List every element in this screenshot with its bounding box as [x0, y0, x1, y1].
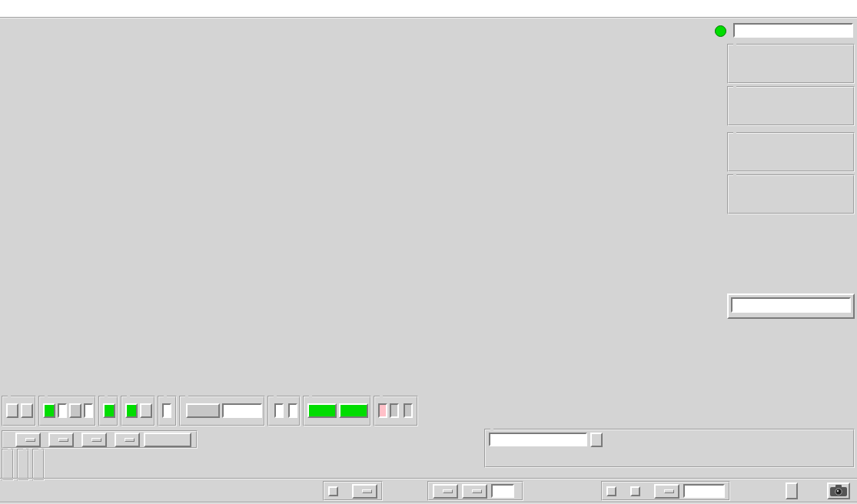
beam-gate-close-button-1[interactable] [6, 403, 18, 418]
dropdown-dash-icon [25, 438, 35, 442]
range-dy-dropdown[interactable] [48, 433, 74, 447]
threshold-group [427, 481, 523, 501]
sy-plot [0, 235, 726, 272]
sector-group [2, 449, 14, 481]
bunch-1st-button[interactable] [125, 403, 138, 418]
che1-value [222, 403, 262, 418]
charge-plot [0, 274, 726, 346]
beam-rep-set-value [378, 403, 387, 418]
bt-lossmonitor-group [267, 396, 301, 426]
replot-button[interactable] [144, 433, 191, 447]
chg-th-dropdown[interactable] [352, 484, 377, 499]
beam-rep-pct-value [404, 403, 413, 418]
acquisition-timestamp [733, 23, 853, 38]
charge-ratio-value [162, 403, 171, 418]
fc15-on-button[interactable] [43, 403, 55, 418]
set-ref-button[interactable] [590, 433, 603, 447]
bunch-select-group [17, 449, 29, 481]
sp-device-dropdown[interactable] [433, 484, 458, 499]
beam-rep-hz-value [390, 403, 399, 418]
fc15-percent-value [84, 403, 93, 418]
resize-button[interactable] [786, 482, 798, 499]
dx-1st-stats [727, 44, 855, 84]
snsr-2nd-button[interactable] [339, 403, 368, 418]
sigma-group [32, 449, 45, 481]
threshold-input[interactable] [491, 484, 514, 498]
sx-plot [0, 117, 726, 155]
se1-value [288, 403, 297, 418]
main-panel [0, 17, 857, 504]
range-qep-dropdown[interactable] [115, 433, 140, 447]
range-dx-dropdown[interactable] [15, 433, 41, 447]
spare-input[interactable] [683, 484, 725, 498]
machine-status-row [2, 396, 855, 426]
fc15-stb-button[interactable] [69, 403, 81, 418]
charge-ratio-group [158, 396, 177, 426]
gr-a1-snsr-group [303, 396, 371, 426]
dx-plot [0, 44, 726, 114]
bunch-dropdown[interactable] [462, 484, 487, 499]
conti-checkbox[interactable] [630, 486, 644, 496]
dx-2nd-stats [727, 86, 855, 126]
range-qem-dropdown[interactable] [81, 433, 107, 447]
chg-th-group [323, 481, 383, 501]
ph-checkbox[interactable] [606, 486, 620, 496]
range-row [2, 430, 198, 449]
status-bar [0, 478, 857, 502]
beam-gate-close-button-2[interactable] [21, 403, 33, 418]
count-dropdown[interactable] [654, 484, 679, 499]
monitor-device-name [731, 297, 851, 313]
qxd2e-value [274, 403, 284, 418]
dy-2nd-stats [727, 174, 855, 214]
chg-th-checkbox[interactable] [328, 486, 342, 496]
bunch-status-group [121, 396, 155, 426]
beam-rep-group [374, 396, 418, 426]
snsr-1st-button[interactable] [307, 403, 337, 418]
bpm-x-axis-labels [0, 347, 726, 395]
dropdown-dash-icon [443, 489, 453, 493]
orbit-monitor-window [0, 0, 857, 504]
checkbox-icon [606, 486, 616, 496]
dy-plot [0, 158, 726, 233]
dy-1st-stats [727, 132, 855, 172]
stats-column [727, 23, 855, 214]
status-led [715, 25, 726, 37]
dropdown-dash-icon [664, 489, 674, 493]
checkbox-icon [630, 486, 640, 496]
dropdown-dash-icon [91, 438, 101, 442]
dropdown-dash-icon [125, 438, 135, 442]
checkbox-icon [328, 486, 338, 496]
beam-gate-group [2, 396, 36, 426]
dropdown-dash-icon [362, 489, 372, 493]
fc15-kv-value [58, 403, 67, 418]
screenshot-button[interactable] [827, 482, 850, 499]
ref-file-input[interactable] [489, 433, 587, 446]
filter-row [2, 449, 45, 481]
show-group [484, 429, 855, 468]
acquisition-group [601, 481, 730, 501]
che1-out-button[interactable] [186, 403, 220, 418]
dropdown-dash-icon [472, 489, 482, 493]
dropdown-dash-icon [58, 438, 68, 442]
fc15-group [38, 396, 96, 426]
camera-icon [830, 485, 847, 496]
bt-collimator-group [179, 396, 265, 426]
busel-on-button[interactable] [103, 403, 115, 418]
bpm-monitor-panel [727, 293, 855, 319]
busel-group [98, 396, 118, 426]
window-titlebar [0, 0, 857, 17]
bunch-2nd-button[interactable] [140, 403, 152, 418]
